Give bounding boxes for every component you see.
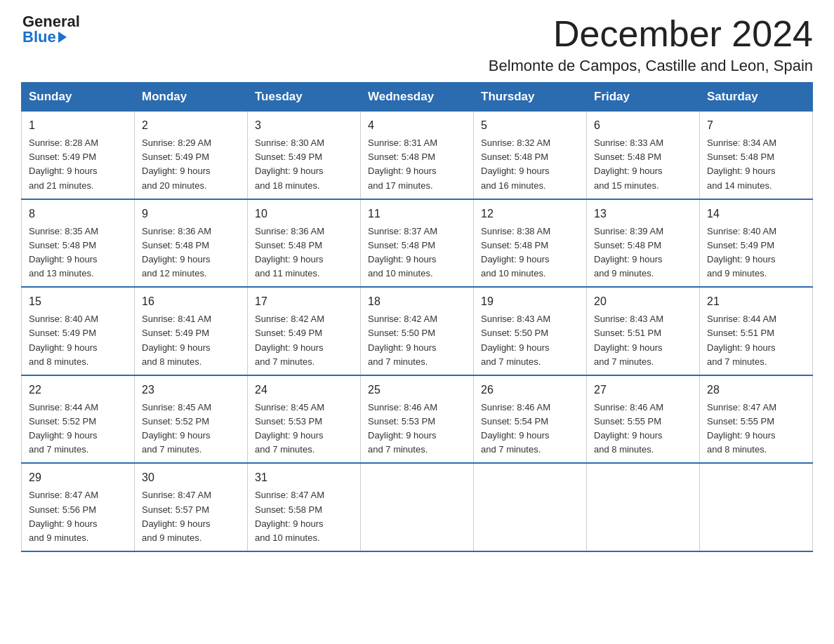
calendar-cell: 13Sunrise: 8:39 AMSunset: 5:48 PMDayligh… [587, 199, 700, 288]
calendar-cell: 7Sunrise: 8:34 AMSunset: 5:48 PMDaylight… [700, 112, 813, 199]
day-number: 9 [142, 206, 240, 222]
calendar-week-row: 15Sunrise: 8:40 AMSunset: 5:49 PMDayligh… [22, 287, 813, 375]
calendar-cell: 18Sunrise: 8:42 AMSunset: 5:50 PMDayligh… [361, 287, 474, 375]
calendar-cell: 26Sunrise: 8:46 AMSunset: 5:54 PMDayligh… [474, 375, 587, 464]
calendar-cell [361, 463, 474, 551]
day-number: 15 [29, 293, 127, 310]
calendar-cell: 11Sunrise: 8:37 AMSunset: 5:48 PMDayligh… [361, 199, 474, 288]
day-info: Sunrise: 8:31 AMSunset: 5:48 PMDaylight:… [368, 136, 466, 193]
col-header-thursday: Thursday [474, 83, 587, 112]
day-info: Sunrise: 8:47 AMSunset: 5:58 PMDaylight:… [255, 488, 353, 545]
day-info: Sunrise: 8:47 AMSunset: 5:56 PMDaylight:… [29, 488, 127, 545]
calendar-cell: 28Sunrise: 8:47 AMSunset: 5:55 PMDayligh… [700, 375, 813, 464]
calendar-table: SundayMondayTuesdayWednesdayThursdayFrid… [21, 82, 813, 552]
day-number: 25 [368, 382, 466, 398]
calendar-cell: 22Sunrise: 8:44 AMSunset: 5:52 PMDayligh… [22, 375, 135, 464]
calendar-week-row: 29Sunrise: 8:47 AMSunset: 5:56 PMDayligh… [22, 463, 813, 551]
day-info: Sunrise: 8:33 AMSunset: 5:48 PMDaylight:… [594, 136, 692, 193]
calendar-cell: 23Sunrise: 8:45 AMSunset: 5:52 PMDayligh… [135, 375, 248, 464]
day-info: Sunrise: 8:36 AMSunset: 5:48 PMDaylight:… [255, 224, 353, 281]
day-info: Sunrise: 8:43 AMSunset: 5:50 PMDaylight:… [481, 312, 579, 369]
calendar-cell [474, 463, 587, 551]
col-header-wednesday: Wednesday [361, 83, 474, 112]
day-number: 26 [481, 382, 579, 398]
day-number: 18 [368, 293, 466, 310]
day-number: 27 [594, 382, 692, 398]
day-info: Sunrise: 8:40 AMSunset: 5:49 PMDaylight:… [707, 224, 805, 281]
calendar-week-row: 8Sunrise: 8:35 AMSunset: 5:48 PMDaylight… [22, 199, 813, 288]
page-header: General Blue December 2024 Belmonte de C… [21, 14, 813, 75]
calendar-cell: 4Sunrise: 8:31 AMSunset: 5:48 PMDaylight… [361, 112, 474, 199]
day-info: Sunrise: 8:40 AMSunset: 5:49 PMDaylight:… [29, 312, 127, 369]
col-header-tuesday: Tuesday [248, 83, 361, 112]
day-number: 30 [142, 469, 240, 486]
calendar-cell: 27Sunrise: 8:46 AMSunset: 5:55 PMDayligh… [587, 375, 700, 464]
day-info: Sunrise: 8:46 AMSunset: 5:54 PMDaylight:… [481, 401, 579, 457]
calendar-cell [700, 463, 813, 551]
day-info: Sunrise: 8:35 AMSunset: 5:48 PMDaylight:… [29, 224, 127, 281]
day-number: 4 [368, 117, 466, 134]
logo: General Blue [21, 14, 80, 45]
day-info: Sunrise: 8:44 AMSunset: 5:51 PMDaylight:… [707, 312, 805, 369]
day-info: Sunrise: 8:44 AMSunset: 5:52 PMDaylight:… [29, 401, 127, 457]
calendar-cell: 10Sunrise: 8:36 AMSunset: 5:48 PMDayligh… [248, 199, 361, 288]
day-info: Sunrise: 8:29 AMSunset: 5:49 PMDaylight:… [142, 136, 240, 193]
calendar-cell: 19Sunrise: 8:43 AMSunset: 5:50 PMDayligh… [474, 287, 587, 375]
calendar-cell: 24Sunrise: 8:45 AMSunset: 5:53 PMDayligh… [248, 375, 361, 464]
day-info: Sunrise: 8:46 AMSunset: 5:55 PMDaylight:… [594, 401, 692, 457]
col-header-monday: Monday [135, 83, 248, 112]
calendar-cell: 20Sunrise: 8:43 AMSunset: 5:51 PMDayligh… [587, 287, 700, 375]
calendar-cell: 29Sunrise: 8:47 AMSunset: 5:56 PMDayligh… [22, 463, 135, 551]
day-number: 31 [255, 469, 353, 486]
day-number: 1 [29, 117, 127, 134]
day-info: Sunrise: 8:34 AMSunset: 5:48 PMDaylight:… [707, 136, 805, 193]
col-header-sunday: Sunday [22, 83, 135, 112]
day-info: Sunrise: 8:36 AMSunset: 5:48 PMDaylight:… [142, 224, 240, 281]
col-header-friday: Friday [587, 83, 700, 112]
day-info: Sunrise: 8:38 AMSunset: 5:48 PMDaylight:… [481, 224, 579, 281]
day-number: 5 [481, 117, 579, 134]
day-number: 28 [707, 382, 805, 398]
day-info: Sunrise: 8:41 AMSunset: 5:49 PMDaylight:… [142, 312, 240, 369]
day-number: 13 [594, 206, 692, 222]
day-info: Sunrise: 8:47 AMSunset: 5:57 PMDaylight:… [142, 488, 240, 545]
day-number: 24 [255, 382, 353, 398]
calendar-cell: 5Sunrise: 8:32 AMSunset: 5:48 PMDaylight… [474, 112, 587, 199]
calendar-cell: 9Sunrise: 8:36 AMSunset: 5:48 PMDaylight… [135, 199, 248, 288]
day-info: Sunrise: 8:39 AMSunset: 5:48 PMDaylight:… [594, 224, 692, 281]
calendar-cell: 8Sunrise: 8:35 AMSunset: 5:48 PMDaylight… [22, 199, 135, 288]
day-number: 2 [142, 117, 240, 134]
logo-triangle-icon [58, 32, 67, 43]
day-info: Sunrise: 8:45 AMSunset: 5:53 PMDaylight:… [255, 401, 353, 457]
logo-general-text: General [22, 14, 80, 29]
month-title: December 2024 [489, 14, 813, 54]
day-number: 8 [29, 206, 127, 222]
calendar-cell: 25Sunrise: 8:46 AMSunset: 5:53 PMDayligh… [361, 375, 474, 464]
col-header-saturday: Saturday [700, 83, 813, 112]
calendar-cell: 17Sunrise: 8:42 AMSunset: 5:49 PMDayligh… [248, 287, 361, 375]
day-number: 16 [142, 293, 240, 310]
day-number: 29 [29, 469, 127, 486]
calendar-cell: 12Sunrise: 8:38 AMSunset: 5:48 PMDayligh… [474, 199, 587, 288]
day-number: 3 [255, 117, 353, 134]
day-info: Sunrise: 8:45 AMSunset: 5:52 PMDaylight:… [142, 401, 240, 457]
day-number: 20 [594, 293, 692, 310]
calendar-cell: 14Sunrise: 8:40 AMSunset: 5:49 PMDayligh… [700, 199, 813, 288]
calendar-cell: 21Sunrise: 8:44 AMSunset: 5:51 PMDayligh… [700, 287, 813, 375]
calendar-cell: 1Sunrise: 8:28 AMSunset: 5:49 PMDaylight… [22, 112, 135, 199]
location-title: Belmonte de Campos, Castille and Leon, S… [489, 57, 813, 75]
day-number: 12 [481, 206, 579, 222]
day-info: Sunrise: 8:32 AMSunset: 5:48 PMDaylight:… [481, 136, 579, 193]
day-number: 7 [707, 117, 805, 134]
day-number: 14 [707, 206, 805, 222]
title-area: December 2024 Belmonte de Campos, Castil… [489, 14, 813, 75]
calendar-cell: 2Sunrise: 8:29 AMSunset: 5:49 PMDaylight… [135, 112, 248, 199]
day-number: 22 [29, 382, 127, 398]
calendar-week-row: 22Sunrise: 8:44 AMSunset: 5:52 PMDayligh… [22, 375, 813, 464]
calendar-cell: 30Sunrise: 8:47 AMSunset: 5:57 PMDayligh… [135, 463, 248, 551]
day-info: Sunrise: 8:47 AMSunset: 5:55 PMDaylight:… [707, 401, 805, 457]
calendar-header-row: SundayMondayTuesdayWednesdayThursdayFrid… [22, 83, 813, 112]
day-info: Sunrise: 8:37 AMSunset: 5:48 PMDaylight:… [368, 224, 466, 281]
day-info: Sunrise: 8:46 AMSunset: 5:53 PMDaylight:… [368, 401, 466, 457]
calendar-cell: 16Sunrise: 8:41 AMSunset: 5:49 PMDayligh… [135, 287, 248, 375]
